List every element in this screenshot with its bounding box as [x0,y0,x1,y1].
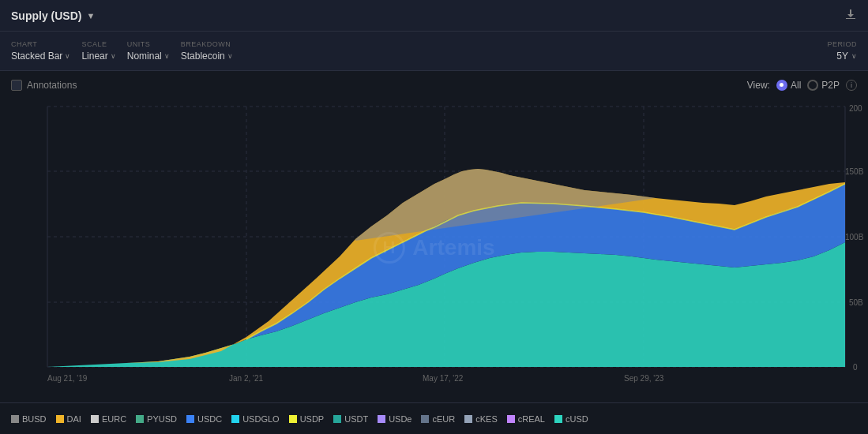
svg-text:Aug 21, '19: Aug 21, '19 [47,374,88,383]
breakdown-group: BREAKDOWN Stablecoin ∨ [181,36,242,66]
legend-item-usdt[interactable]: USDT [333,414,368,424]
annotations-label: Annotations [27,80,77,91]
view-all-option[interactable]: All [776,80,801,91]
legend-label-usdglo: USDGLO [242,414,279,424]
breakdown-label: BREAKDOWN [181,40,233,48]
chart-type-select[interactable]: Stacked Bar ∨ [11,51,70,62]
legend-color-usde [378,415,385,423]
legend-item-eurc[interactable]: EURC [91,414,126,424]
legend-item-creal[interactable]: cREAL [507,414,545,424]
scale-group: SCALE Linear ∨ [81,36,125,66]
svg-text:May 17, '22: May 17, '22 [423,374,464,383]
chart-title[interactable]: Supply (USD) ▼ [11,9,95,22]
breakdown-value: Stablecoin [181,51,225,62]
toolbar: CHART Stacked Bar ∨ SCALE Linear ∨ UNITS… [0,32,868,71]
view-all-label: All [791,80,801,91]
legend-item-usdglo[interactable]: USDGLO [231,414,279,424]
svg-text:Sep 29, '23: Sep 29, '23 [624,374,664,383]
chart-type-value: Stacked Bar [11,51,62,62]
legend-label-ckes: cKES [475,414,498,424]
view-info-icon[interactable]: i [846,80,857,91]
legend-item-cusd[interactable]: cUSD [554,414,588,424]
legend-color-usdglo [231,415,239,423]
legend-color-ckes [464,415,472,423]
legend-color-pyusd [136,415,144,423]
download-button[interactable] [844,8,857,24]
units-value: Nominal [127,51,162,62]
view-p2p-option[interactable]: P2P [807,80,840,91]
legend-item-dai[interactable]: DAI [56,414,81,424]
scale-label: SCALE [81,40,115,48]
units-select[interactable]: Nominal ∨ [127,51,170,62]
legend-label-busd: BUSD [22,414,47,424]
title-chevron: ▼ [86,11,95,21]
scale-chevron: ∨ [111,52,116,60]
legend-color-dai [56,415,64,423]
chart-type-chevron: ∨ [65,52,70,60]
legend-item-usde[interactable]: USDe [378,414,411,424]
legend-item-usdp[interactable]: USDP [289,414,325,424]
legend-label-pyusd: PYUSD [147,414,177,424]
view-options: View: All P2P i [747,80,857,91]
scale-select[interactable]: Linear ∨ [81,51,115,62]
legend-item-busd[interactable]: BUSD [11,414,47,424]
legend-label-ceur: cEUR [432,414,455,424]
legend-color-ceur [421,415,429,423]
legend-label-usdp: USDP [300,414,325,424]
view-p2p-radio [807,80,818,91]
scale-value: Linear [81,51,107,62]
annotations-checkbox[interactable] [11,80,22,91]
annotations-left: Annotations [11,80,77,91]
breakdown-select[interactable]: Stablecoin ∨ [181,51,233,62]
legend-label-usde: USDe [389,414,411,424]
svg-text:150B: 150B [845,167,864,176]
download-icon [844,8,857,21]
legend-color-eurc [91,415,99,423]
legend-item-usdc[interactable]: USDC [186,414,222,424]
legend-color-usdc [186,415,194,423]
chart-type-group: CHART Stacked Bar ∨ [11,36,80,66]
legend-color-busd [11,415,19,423]
svg-text:100B: 100B [845,233,864,241]
units-chevron: ∨ [164,52,170,60]
period-chevron: ∨ [851,52,857,60]
chart-svg: 0 50B 100B 150B 200 Aug 21, '19 Jan 2, '… [0,99,868,402]
view-p2p-label: P2P [821,80,840,91]
svg-text:50B: 50B [849,298,863,307]
legend-label-creal: cREAL [518,414,545,424]
units-group: UNITS Nominal ∨ [127,36,179,66]
title-text: Supply (USD) [11,9,81,22]
period-label: PERIOD [827,40,857,48]
breakdown-chevron: ∨ [227,52,233,60]
legend-color-usdt [333,415,341,423]
period-group: PERIOD 5Y ∨ [827,40,857,62]
legend-label-eurc: EURC [102,414,126,424]
legend-item-ceur[interactable]: cEUR [421,414,455,424]
legend-label-dai: DAI [67,414,81,424]
view-label: View: [747,80,770,91]
chart-type-label: CHART [11,40,70,48]
legend-bar: BUSDDAIEURCPYUSDUSDCUSDGLOUSDPUSDTUSDecE… [0,402,868,434]
legend-color-creal [507,415,515,423]
legend-label-cusd: cUSD [566,414,588,424]
annotations-bar: Annotations View: All P2P i [0,71,868,99]
legend-label-usdc: USDC [197,414,222,424]
units-label: UNITS [127,40,170,48]
legend-color-usdp [289,415,297,423]
legend-item-ckes[interactable]: cKES [464,414,498,424]
legend-label-usdt: USDT [344,414,368,424]
chart-area: 0 50B 100B 150B 200 Aug 21, '19 Jan 2, '… [0,99,868,402]
view-all-radio [776,80,787,91]
svg-text:Jan 2, '21: Jan 2, '21 [229,374,263,383]
svg-text:200: 200 [849,104,862,113]
svg-text:0: 0 [853,363,858,372]
period-value: 5Y [836,51,848,62]
header: Supply (USD) ▼ [0,0,868,32]
legend-color-cusd [554,415,562,423]
legend-item-pyusd[interactable]: PYUSD [136,414,177,424]
